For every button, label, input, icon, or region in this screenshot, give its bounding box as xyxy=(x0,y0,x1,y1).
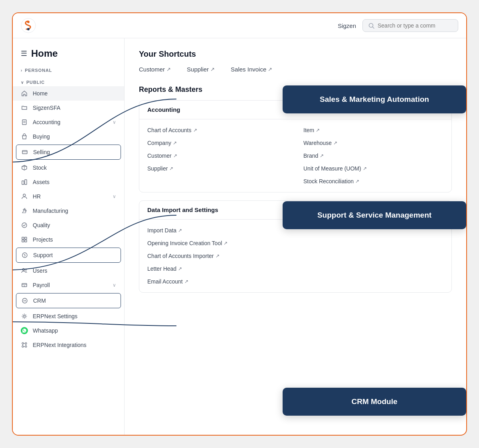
link-chart-of-accounts[interactable]: Chart of Accounts ↗ xyxy=(147,126,287,135)
svg-point-32 xyxy=(25,343,27,344)
personal-section-label: › PERSONAL xyxy=(13,65,124,74)
link-customer[interactable]: Customer ↗ xyxy=(147,151,287,160)
sidebar-item-whatsapp[interactable]: Whatsapp xyxy=(13,323,124,338)
link-uom[interactable]: Unit of Measure (UOM) ↗ xyxy=(303,164,443,173)
svg-rect-12 xyxy=(22,181,24,184)
projects-label: Projects xyxy=(33,236,116,243)
hr-chevron: ∨ xyxy=(113,194,116,199)
stock-label: Stock xyxy=(33,165,116,171)
accounting-module-section: Accounting Chart of Accounts ↗ Item ↗ Co… xyxy=(139,100,452,192)
logo xyxy=(21,18,36,33)
link-warehouse[interactable]: Warehouse ↗ xyxy=(303,139,443,147)
search-icon xyxy=(368,23,374,29)
sidebar-item-stock[interactable]: Stock xyxy=(13,161,124,175)
home-label: Home xyxy=(33,90,116,97)
link-company[interactable]: Company ↗ xyxy=(147,139,287,147)
sidebar-item-crm[interactable]: CRM xyxy=(16,293,121,308)
shortcuts-title: Your Shortcuts xyxy=(139,50,452,59)
hamburger-icon[interactable]: ☰ xyxy=(21,49,27,58)
sidebar-item-selling[interactable]: Selling xyxy=(16,145,121,160)
payroll-chevron: ∨ xyxy=(113,282,116,288)
shortcut-supplier[interactable]: Supplier ↗ xyxy=(187,66,215,73)
svg-rect-17 xyxy=(25,237,27,239)
svg-point-31 xyxy=(22,343,24,344)
sidebar-item-assets[interactable]: Assets xyxy=(13,175,124,189)
users-icon xyxy=(21,267,28,274)
search-input[interactable] xyxy=(378,22,452,29)
hr-icon xyxy=(21,193,28,200)
svg-point-22 xyxy=(23,269,25,271)
support-icon xyxy=(21,252,28,259)
selling-label: Selling xyxy=(33,149,116,155)
sidebar-item-support[interactable]: Support xyxy=(16,248,121,263)
app-container: Sigzen ☰ Home › PERSONAL ∨ PUBLI xyxy=(12,12,467,436)
link-supplier[interactable]: Supplier ↗ xyxy=(147,164,287,173)
link-email-account[interactable]: Email Account ↗ xyxy=(147,277,443,286)
svg-point-15 xyxy=(22,223,27,228)
support-service-tooltip: Support & Service Management xyxy=(283,201,466,229)
accounting-chevron: ∨ xyxy=(113,119,116,125)
sidebar-item-manufacturing[interactable]: Manufacturing xyxy=(13,204,124,218)
register-icon xyxy=(21,119,28,126)
assets-icon xyxy=(21,178,28,186)
erpnext-settings-label: ERPNext Settings xyxy=(33,313,116,319)
whatsapp-label: Whatsapp xyxy=(33,327,116,334)
accounting-label: Accounting xyxy=(33,119,108,125)
home-icon xyxy=(21,90,28,97)
sidebar-item-buying[interactable]: Buying xyxy=(13,129,124,144)
accounting-module-title: Accounting xyxy=(147,106,180,113)
sidebar-item-erpnext-integrations[interactable]: ERPNext Integrations xyxy=(13,338,124,352)
sales-marketing-tooltip: Sales & Marketing Automation xyxy=(283,85,466,113)
integrations-icon xyxy=(21,341,28,349)
svg-point-28 xyxy=(24,300,24,301)
shortcut-customer[interactable]: Customer ↗ xyxy=(139,66,171,73)
sidebar-item-hr[interactable]: HR ∨ xyxy=(13,189,124,204)
whatsapp-icon xyxy=(21,327,28,334)
svg-point-34 xyxy=(25,346,27,347)
crm-module-tooltip: CRM Module xyxy=(283,388,466,416)
topbar-username: Sigzen xyxy=(338,22,356,29)
svg-point-33 xyxy=(22,346,24,347)
svg-rect-18 xyxy=(22,240,24,242)
search-box[interactable] xyxy=(362,19,458,32)
link-stock-reconciliation[interactable]: Stock Reconciliation ↗ xyxy=(303,177,443,186)
svg-point-21 xyxy=(25,256,25,257)
topbar: Sigzen xyxy=(13,13,466,38)
data-import-module-title: Data Import and Settings xyxy=(147,206,218,213)
shortcut-sales-invoice[interactable]: Sales Invoice ↗ xyxy=(231,66,272,73)
sidebar-item-erpnext-settings[interactable]: ERPNext Settings xyxy=(13,309,124,323)
svg-point-26 xyxy=(24,285,25,286)
sigzensfa-label: SigzenSFA xyxy=(33,105,116,111)
sidebar-item-sigzensfa[interactable]: SigzenSFA xyxy=(13,101,124,115)
buying-label: Buying xyxy=(33,133,116,140)
link-brand[interactable]: Brand ↗ xyxy=(303,151,443,160)
svg-point-1 xyxy=(27,21,30,23)
link-chart-accounts-importer[interactable]: Chart of Accounts Importer ↗ xyxy=(147,252,443,260)
svg-line-4 xyxy=(373,27,374,28)
sidebar-item-payroll[interactable]: Payroll ∨ xyxy=(13,278,124,292)
link-letter-head[interactable]: Letter Head ↗ xyxy=(147,264,443,273)
link-item[interactable]: Item ↗ xyxy=(303,126,443,135)
data-import-module-body: Import Data ↗ Opening Invoice Creation T… xyxy=(139,220,451,292)
quality-icon xyxy=(21,222,28,229)
svg-point-29 xyxy=(25,300,26,301)
card-icon xyxy=(21,149,28,156)
shortcuts-row: Customer ↗ Supplier ↗ Sales Invoice ↗ xyxy=(139,66,452,73)
sidebar-item-quality[interactable]: Quality xyxy=(13,218,124,232)
quality-label: Quality xyxy=(33,222,116,228)
link-opening-invoice[interactable]: Opening Invoice Creation Tool ↗ xyxy=(147,239,443,248)
svg-rect-16 xyxy=(22,237,24,239)
sidebar-item-projects[interactable]: Projects xyxy=(13,232,124,247)
svg-rect-8 xyxy=(22,151,27,154)
page-title: Home xyxy=(31,48,58,59)
sidebar-item-home[interactable]: Home xyxy=(13,86,124,101)
sidebar-item-users[interactable]: Users xyxy=(13,264,124,278)
public-section-label: ∨ PUBLIC xyxy=(13,77,124,86)
bag-icon xyxy=(21,133,28,140)
accounting-module-body: Chart of Accounts ↗ Item ↗ Company ↗ War… xyxy=(139,119,451,192)
erpnext-integrations-label: ERPNext Integrations xyxy=(33,342,116,348)
folder-icon xyxy=(21,104,28,111)
svg-point-23 xyxy=(25,269,27,270)
sidebar-item-accounting[interactable]: Accounting ∨ xyxy=(13,115,124,129)
support-label: Support xyxy=(33,252,116,258)
